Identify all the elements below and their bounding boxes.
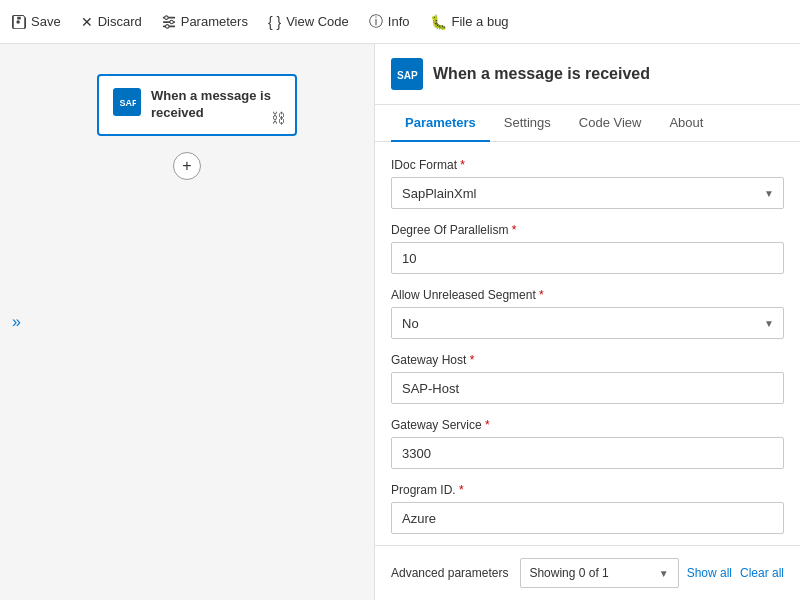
link-icon: ⛓	[271, 110, 285, 126]
allow-unreleased-select-wrapper: No Yes ▼	[391, 307, 784, 339]
clear-all-link[interactable]: Clear all	[740, 566, 784, 580]
gateway-host-label: Gateway Host *	[391, 353, 784, 367]
bug-icon: 🐛	[430, 14, 447, 30]
idoc-format-group: IDoc Format * SapPlainXml Xml Raw ▼	[391, 158, 784, 209]
tab-code-view[interactable]: Code View	[565, 105, 656, 142]
advanced-showing-select[interactable]: Showing 0 of 1	[520, 558, 678, 588]
svg-point-5	[165, 24, 169, 28]
degree-parallelism-group: Degree Of Parallelism *	[391, 223, 784, 274]
main-area: » SAP When a message is received ⛓ + SAP…	[0, 44, 800, 600]
file-bug-button[interactable]: 🐛 File a bug	[430, 14, 509, 30]
degree-parallelism-input[interactable]	[391, 242, 784, 274]
svg-point-3	[164, 15, 168, 19]
idoc-required-star: *	[460, 158, 465, 172]
info-icon: ⓘ	[369, 13, 383, 31]
program-id-label: Program ID. *	[391, 483, 784, 497]
discard-button[interactable]: ✕ Discard	[81, 14, 142, 30]
gateway-service-label: Gateway Service *	[391, 418, 784, 432]
info-button[interactable]: ⓘ Info	[369, 13, 410, 31]
view-code-button[interactable]: { } View Code	[268, 14, 349, 30]
show-all-link[interactable]: Show all	[687, 566, 732, 580]
parameters-label: Parameters	[181, 14, 248, 29]
discard-icon: ✕	[81, 14, 93, 30]
panel: SAP When a message is received Parameter…	[375, 44, 800, 600]
idoc-format-label: IDoc Format *	[391, 158, 784, 172]
svg-point-4	[170, 20, 174, 24]
gateway-host-required-star: *	[470, 353, 475, 367]
allow-unreleased-label: Allow Unreleased Segment *	[391, 288, 784, 302]
gateway-service-group: Gateway Service *	[391, 418, 784, 469]
gateway-host-input[interactable]	[391, 372, 784, 404]
program-id-group: Program ID. *	[391, 483, 784, 534]
file-bug-label: File a bug	[452, 14, 509, 29]
canvas: » SAP When a message is received ⛓ +	[0, 44, 375, 600]
flow-node-title: When a message is received	[151, 88, 281, 122]
panel-title: When a message is received	[433, 65, 650, 83]
gateway-service-input[interactable]	[391, 437, 784, 469]
allow-unreleased-group: Allow Unreleased Segment * No Yes ▼	[391, 288, 784, 339]
panel-form: IDoc Format * SapPlainXml Xml Raw ▼ Degr…	[375, 142, 800, 545]
advanced-showing-wrapper: Showing 0 of 1 ▼	[520, 558, 678, 588]
parameters-icon	[162, 15, 176, 29]
save-label: Save	[31, 14, 61, 29]
program-id-required-star: *	[459, 483, 464, 497]
gateway-service-required-star: *	[485, 418, 490, 432]
advanced-params-label: Advanced parameters	[391, 566, 508, 580]
save-button[interactable]: Save	[12, 14, 61, 29]
view-code-label: View Code	[286, 14, 349, 29]
tab-settings[interactable]: Settings	[490, 105, 565, 142]
flow-node-sap-icon: SAP	[113, 88, 141, 116]
idoc-format-select-wrapper: SapPlainXml Xml Raw ▼	[391, 177, 784, 209]
tab-parameters[interactable]: Parameters	[391, 105, 490, 142]
save-icon	[12, 15, 26, 29]
advanced-params-bar: Advanced parameters Showing 0 of 1 ▼ Sho…	[375, 545, 800, 600]
add-step-button[interactable]: +	[173, 152, 201, 180]
tab-about[interactable]: About	[655, 105, 717, 142]
allow-unreleased-select[interactable]: No Yes	[391, 307, 784, 339]
panel-header: SAP When a message is received	[375, 44, 800, 105]
discard-label: Discard	[98, 14, 142, 29]
expand-icon[interactable]: »	[12, 313, 21, 331]
info-label: Info	[388, 14, 410, 29]
degree-parallelism-label: Degree Of Parallelism *	[391, 223, 784, 237]
parameters-button[interactable]: Parameters	[162, 14, 248, 29]
allow-unreleased-required-star: *	[539, 288, 544, 302]
view-code-icon: { }	[268, 14, 281, 30]
toolbar: Save ✕ Discard Parameters { } View Code …	[0, 0, 800, 44]
idoc-format-select[interactable]: SapPlainXml Xml Raw	[391, 177, 784, 209]
tabs: Parameters Settings Code View About	[375, 105, 800, 142]
flow-node[interactable]: SAP When a message is received ⛓	[97, 74, 297, 136]
svg-text:SAP: SAP	[397, 70, 418, 81]
degree-required-star: *	[512, 223, 517, 237]
program-id-input[interactable]	[391, 502, 784, 534]
svg-text:SAP: SAP	[120, 98, 137, 108]
panel-header-sap-icon: SAP	[391, 58, 423, 90]
gateway-host-group: Gateway Host *	[391, 353, 784, 404]
